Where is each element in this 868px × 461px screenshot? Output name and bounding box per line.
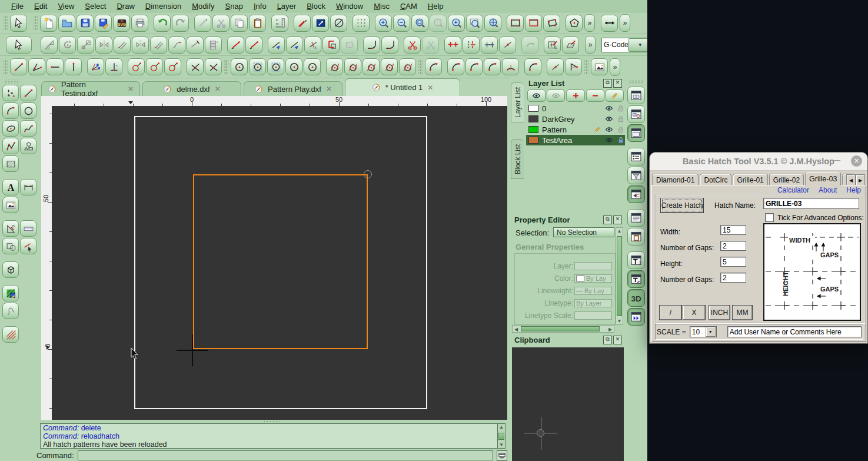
break-entity-button[interactable] <box>463 37 480 54</box>
save-drawing-button[interactable] <box>77 15 94 32</box>
dock-command-line-button[interactable] <box>627 185 645 203</box>
export-svg-button[interactable]: SVG <box>113 15 130 32</box>
clipboard-float-button[interactable]: ⧉ <box>603 336 612 344</box>
more-draw-tools-button[interactable]: » <box>610 58 620 76</box>
doc-tab-active[interactable]: * Untitled 1✕ <box>345 78 460 96</box>
hatch-name-input[interactable] <box>763 198 859 209</box>
line-angle-button[interactable] <box>28 58 45 75</box>
divide-entity-button[interactable] <box>404 37 421 54</box>
line-tangent-point-button[interactable] <box>128 58 145 75</box>
doc-tab[interactable]: Pattern Testing.dxf✕ <box>41 81 140 96</box>
clipboard-close-button[interactable]: ✕ <box>613 336 622 344</box>
dock-script-notes-button[interactable] <box>627 209 645 227</box>
line-tangent-two-button[interactable] <box>146 58 163 75</box>
dock-library-browser-button[interactable] <box>627 87 645 104</box>
doc-tab[interactable]: Pattern Play.dxf✕ <box>244 81 342 96</box>
more-modify-tools-button[interactable]: » <box>585 36 596 54</box>
hatch-tab-grille-01[interactable]: Grille-01 <box>733 174 767 185</box>
draw-text-button[interactable]: A <box>2 179 19 195</box>
measure-distance-button[interactable] <box>601 15 618 32</box>
select-entity-button[interactable] <box>6 37 32 54</box>
print-preview-button[interactable] <box>131 15 148 32</box>
insert-raster-image-button[interactable] <box>2 197 19 213</box>
link-calculator[interactable]: Calculator <box>777 186 809 194</box>
selection-combo[interactable]: No Selection <box>553 227 614 237</box>
hatch-field-input-2[interactable] <box>720 257 746 267</box>
scale-dropdown-icon[interactable]: ▼ <box>706 327 716 337</box>
menu-help[interactable]: Help <box>423 1 449 11</box>
modify-stretch-button[interactable] <box>187 37 204 54</box>
draw-shapes-button[interactable] <box>20 138 36 154</box>
keyboard-icon[interactable] <box>497 450 507 461</box>
command-input[interactable] <box>78 450 493 460</box>
circle-center-point-button[interactable] <box>231 58 248 75</box>
copy-button[interactable] <box>231 15 248 32</box>
circle-tangent-2c-button[interactable] <box>363 58 380 75</box>
hatch-field-input-1[interactable] <box>720 241 746 251</box>
arc-reverse-button[interactable] <box>547 58 564 75</box>
cut-button[interactable] <box>212 15 230 32</box>
dialog-close-button[interactable]: ✕ <box>851 155 862 167</box>
side-tab-layer-list[interactable]: Layer List <box>511 82 524 122</box>
line-cross-button[interactable] <box>205 58 222 75</box>
arc-angle-button[interactable] <box>465 58 483 75</box>
dock-text-style-2-button[interactable] <box>627 270 645 288</box>
edit-layer-button[interactable] <box>606 89 624 102</box>
deselect-window-button[interactable] <box>525 15 542 32</box>
line-tangent-orth-button[interactable] <box>164 58 181 75</box>
modify-move-rotate-button[interactable] <box>114 37 131 54</box>
command-history[interactable]: ▲ ▼ Command: deleteCommand: reloadhatchA… <box>40 423 505 449</box>
dropdown-arrow-icon[interactable]: ▾ <box>628 38 648 52</box>
dialog-button-inch[interactable]: INCH <box>709 305 730 320</box>
arc-endpoints-button[interactable] <box>524 58 541 75</box>
tab-scroll-left-icon[interactable]: ◀ <box>846 174 856 186</box>
scroll-right-icon[interactable]: ▶ <box>607 327 614 332</box>
arc-chord-button[interactable] <box>565 58 582 75</box>
menu-layer[interactable]: Layer <box>272 1 302 11</box>
explode-button[interactable] <box>322 37 340 54</box>
open-drawing-button[interactable] <box>58 15 75 32</box>
property-field-value[interactable]: By Layer <box>574 299 612 307</box>
scale-combo[interactable]: 10 ▼ <box>690 326 717 337</box>
edit-hatch-button[interactable] <box>562 37 579 54</box>
draw-polyline-button[interactable] <box>2 138 19 154</box>
select-contour-button[interactable] <box>543 15 560 32</box>
dialog-button-/[interactable]: / <box>659 305 682 320</box>
tab-scroll-right-icon[interactable]: ▶ <box>856 174 865 186</box>
view-3d-box-button[interactable] <box>2 261 19 278</box>
property-field-value[interactable]: By Lay <box>574 274 612 283</box>
layer-color-swatch[interactable] <box>528 105 538 112</box>
layer-row-darkgrey[interactable]: DarkGrey <box>526 114 625 124</box>
draw-points-button[interactable] <box>2 85 19 101</box>
menu-snap[interactable]: Snap <box>220 1 248 11</box>
arc-continue-button[interactable] <box>502 58 519 75</box>
show-all-layers-button[interactable] <box>527 89 546 102</box>
property-editor-close-button[interactable]: ✕ <box>613 215 622 224</box>
draw-line-button[interactable] <box>20 85 36 101</box>
layer-list-float-button[interactable]: ⧉ <box>603 79 612 88</box>
modify-properties-button[interactable] <box>205 37 222 54</box>
menu-cam[interactable]: CAM <box>395 1 423 11</box>
hatch-field-input-0[interactable] <box>720 225 746 235</box>
property-hscrollbar[interactable]: ◀ ▶ <box>512 325 614 333</box>
remove-layer-button[interactable] <box>586 89 604 102</box>
modify-bend-button[interactable] <box>168 37 185 54</box>
modify-offset-button[interactable] <box>150 37 167 54</box>
tab-close-icon[interactable]: ✕ <box>128 85 134 93</box>
create-hatch-button[interactable]: Create Hatch <box>660 198 704 213</box>
select-tool-button[interactable] <box>10 15 27 32</box>
draw-spline-button[interactable] <box>20 120 36 137</box>
line-vertical-button[interactable] <box>65 58 82 75</box>
circle-tangent-2-button[interactable] <box>344 58 361 75</box>
insert-image-button[interactable] <box>591 58 608 75</box>
hatch-tab-grille-02[interactable]: Grille-02 <box>769 174 804 185</box>
dialog-button-mm[interactable]: MM <box>732 305 753 320</box>
dock-block-list-button[interactable] <box>627 105 645 123</box>
draw-dimension-button[interactable] <box>20 179 36 195</box>
arc-tangent-button[interactable] <box>484 58 501 75</box>
circle-tangent-3c-button[interactable] <box>399 58 416 75</box>
circle-tangent-1-button[interactable] <box>326 58 343 75</box>
line-orthogonal-button[interactable]: x <box>105 58 122 75</box>
property-field-value[interactable] <box>574 262 612 270</box>
line-two-points-button[interactable] <box>10 58 27 75</box>
